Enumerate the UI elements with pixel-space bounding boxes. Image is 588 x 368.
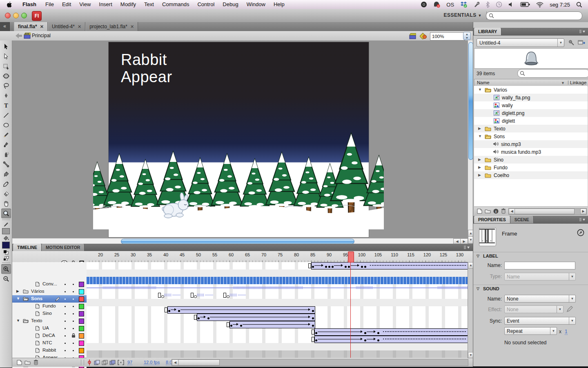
folder-open-arrow[interactable]: ▼ [478, 88, 482, 92]
layer-row-sons[interactable]: ▼Sons [12, 295, 87, 303]
menu-control[interactable]: Control [193, 0, 218, 9]
menu-debug[interactable]: Debug [218, 0, 242, 9]
keyframe-dot[interactable] [312, 310, 314, 312]
spotlight-icon[interactable] [576, 1, 582, 8]
timeline-panel-menu-icon[interactable] [464, 246, 470, 249]
keyframe-dot[interactable] [328, 266, 330, 268]
folder-closed-arrow[interactable]: ▶ [478, 165, 481, 169]
layer-name[interactable]: Vários [31, 289, 45, 294]
keyframe-dot[interactable] [364, 266, 366, 268]
layer-outline-color-swatch[interactable] [79, 304, 84, 309]
keyframe-dot[interactable] [240, 325, 242, 327]
frames-row-deca[interactable] [87, 314, 468, 321]
new-library-panel-icon[interactable] [578, 39, 585, 45]
layer-row-rabbit[interactable]: Rabbit [12, 347, 87, 355]
keyframe-dot[interactable] [315, 332, 317, 334]
pencil-tool[interactable] [1, 130, 11, 140]
frames-row-conv-[interactable] [87, 262, 468, 270]
bluetooth-icon[interactable] [486, 1, 490, 8]
layer-name[interactable]: Rabbit [42, 348, 56, 352]
sound-keyframe-circle[interactable] [227, 295, 229, 298]
library-hscroll-right[interactable]: ▶ [580, 209, 586, 214]
timeline-vscrollbar[interactable]: ▲ ▼ [468, 262, 473, 358]
layer-row-ntc[interactable]: NTC [12, 339, 87, 347]
new-folder-button[interactable] [24, 360, 31, 365]
fill-color-bucket-icon[interactable] [1, 235, 11, 241]
folder-open-arrow[interactable]: ▼ [16, 319, 20, 323]
zoom-stepper[interactable]: ▲▼ [463, 32, 471, 40]
rabbit-artwork[interactable] [162, 193, 194, 219]
folder-closed-arrow[interactable]: ▶ [478, 126, 481, 130]
frames-row-fundo[interactable] [87, 350, 468, 358]
timeline-hscrollbar[interactable]: ◀ [172, 359, 468, 366]
close-window-button[interactable] [5, 13, 11, 18]
menu-view[interactable]: View [75, 0, 95, 9]
vinyl-icon[interactable] [421, 1, 427, 8]
frames-row-sons[interactable] [87, 277, 468, 285]
keyframe-dot[interactable] [364, 339, 366, 341]
tween-span[interactable] [314, 336, 468, 343]
folder-closed-arrow[interactable]: ▶ [478, 173, 481, 177]
deco-tool[interactable] [1, 150, 11, 159]
keyframe-dot[interactable] [325, 266, 327, 268]
library-item-texto[interactable]: ▶Texto [474, 125, 588, 132]
tool-menu-icon[interactable] [473, 1, 479, 8]
menu-insert[interactable]: Insert [95, 0, 116, 9]
layer-outline-color-swatch[interactable] [79, 282, 84, 287]
tween-span[interactable] [229, 321, 315, 328]
stage-hscrollbar-thumb[interactable] [121, 239, 354, 244]
library-item-sino-mp3[interactable]: sino.mp3 [474, 140, 588, 148]
3d-rotation-tool[interactable] [1, 71, 11, 81]
zoom-in-option[interactable] [1, 264, 11, 274]
new-symbol-button[interactable] [477, 209, 482, 214]
library-panel-menu-icon[interactable] [579, 30, 586, 34]
sound-keyframe-circle[interactable] [161, 295, 164, 298]
keyframe-dot[interactable] [364, 332, 366, 334]
layer-visibility-dot[interactable] [65, 321, 66, 322]
zoom-tool[interactable] [1, 209, 11, 218]
layer-outline-color-swatch[interactable] [79, 326, 84, 331]
layer-visibility-dot[interactable] [65, 306, 66, 307]
stage-hscrollbar[interactable]: ◀ ▶ [12, 238, 468, 244]
frames-row-fundo[interactable] [87, 284, 468, 292]
keyframe-dot[interactable] [207, 317, 209, 319]
layer-row-texto[interactable]: ▼Texto [12, 317, 87, 325]
layer-row-ua[interactable]: UA [12, 325, 87, 332]
app-search-input[interactable] [486, 11, 582, 20]
library-item-wally[interactable]: wally [474, 101, 588, 109]
layer-visibility-dot[interactable] [65, 350, 66, 351]
library-item-diglett-png[interactable]: diglett.png [474, 109, 588, 117]
item-properties-button[interactable]: i [493, 209, 499, 214]
close-tab-icon[interactable]: ✕ [130, 24, 134, 29]
hscroll-right-button[interactable]: ▶ [460, 238, 468, 244]
layer-outline-color-swatch[interactable] [79, 319, 84, 324]
menu-flash[interactable]: Flash [18, 0, 41, 9]
tab-timeline[interactable]: TIMELINE [13, 244, 42, 251]
layer-name[interactable]: NTC [42, 340, 52, 345]
layer-visibility-dot[interactable] [65, 313, 66, 314]
tab-library[interactable]: LIBRARY [474, 28, 501, 35]
frames-row-sino[interactable] [87, 292, 468, 299]
doc-tab-projecto-lab1-fla-[interactable]: projecto_lab1.fla*✕ [85, 22, 138, 31]
layer-lock-dot[interactable] [73, 306, 74, 307]
os-menu-item[interactable]: OS [446, 1, 454, 8]
frames-row-rabbit[interactable] [87, 328, 468, 336]
onion-outline-button[interactable] [102, 360, 108, 365]
tween-span[interactable] [167, 306, 315, 314]
lasso-tool[interactable] [1, 81, 11, 91]
label-section-header[interactable]: ▽ LABEL [473, 252, 588, 260]
keyframe-dot[interactable] [361, 266, 363, 268]
library-item-fundo[interactable]: ▶Fundo [474, 164, 588, 171]
battery-icon[interactable] [520, 1, 530, 8]
selectable-pointer-icon[interactable] [577, 229, 584, 236]
stroke-color-swatch[interactable] [2, 228, 10, 234]
line-tool[interactable] [1, 110, 11, 120]
layer-row-sino[interactable]: Sino [12, 310, 87, 318]
hand-tool[interactable] [1, 199, 11, 209]
library-item-diglett[interactable]: diglett [474, 117, 588, 125]
tween-span[interactable] [197, 314, 315, 321]
sound-sync-select[interactable]: Event▼ [504, 317, 576, 325]
keyframe-dot[interactable] [168, 310, 170, 312]
layer-visibility-dot[interactable] [65, 291, 66, 292]
keyframe-dot[interactable] [178, 310, 180, 312]
